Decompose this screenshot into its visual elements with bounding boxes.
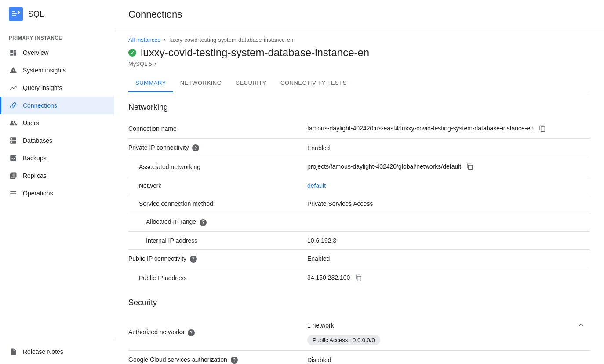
copy-associated-networking-button[interactable]: [465, 162, 475, 171]
value-private-ip: Enabled: [304, 139, 590, 157]
label-associated-networking: Associated networking: [128, 157, 304, 177]
breadcrumb-all-instances[interactable]: All instances: [128, 36, 160, 43]
sidebar-item-system-insights[interactable]: System insights: [0, 61, 114, 79]
row-associated-networking: Associated networking projects/famous-da…: [128, 157, 590, 177]
sidebar-item-replicas[interactable]: Replicas: [0, 167, 114, 184]
networks-header: 1 network: [307, 320, 586, 332]
system-insights-icon: [9, 66, 18, 75]
row-authorized-networks: Authorized networks ? 1 network: [128, 314, 590, 351]
sidebar-item-backups[interactable]: Backups: [0, 149, 114, 167]
sidebar-item-overview[interactable]: Overview: [0, 44, 114, 61]
sidebar-label-replicas: Replicas: [23, 172, 47, 179]
instance-version: MySQL 5.7: [128, 61, 590, 67]
networking-table: Connection name famous-daylight-402420:u…: [128, 119, 590, 288]
sidebar-label-databases: Databases: [23, 137, 52, 144]
sidebar-item-release-notes[interactable]: Release Notes: [0, 343, 114, 360]
row-private-ip-connectivity: Private IP connectivity ? Enabled: [128, 139, 590, 157]
sidebar-label-system-insights: System insights: [23, 67, 66, 74]
section-label: PRIMARY INSTANCE: [0, 28, 114, 44]
help-icon-private-ip[interactable]: ?: [192, 144, 199, 151]
instance-title-row: luxxy-covid-testing-system-database-inst…: [128, 47, 590, 59]
value-public-ip-address: 34.150.232.100: [304, 268, 590, 288]
sidebar-item-databases[interactable]: Databases: [0, 132, 114, 149]
network-badge: Public Access : 0.0.0.0/0: [307, 335, 380, 345]
value-service-connection-method: Private Services Access: [304, 195, 590, 213]
users-icon: [9, 119, 18, 127]
row-public-ip-address: Public IP address 34.150.232.100: [128, 268, 590, 288]
breadcrumb: All instances › luxxy-covid-testing-syst…: [128, 29, 590, 47]
databases-icon: [9, 136, 18, 145]
sidebar: SQL PRIMARY INSTANCE Overview System ins…: [0, 0, 114, 364]
value-allocated-ip-range: [304, 213, 590, 231]
sidebar-label-operations: Operations: [23, 190, 53, 197]
help-icon-allocated-ip[interactable]: ?: [200, 219, 207, 226]
label-public-ip-connectivity: Public IP connectivity ?: [128, 249, 304, 268]
app-title: SQL: [28, 10, 44, 19]
value-associated-networking: projects/famous-daylight-402420/global/n…: [304, 157, 590, 177]
sidebar-header: SQL: [0, 0, 114, 28]
sidebar-label-backups: Backups: [23, 155, 47, 162]
sidebar-label-query-insights: Query insights: [23, 84, 62, 91]
sql-logo: [9, 7, 23, 21]
release-notes-icon: [9, 347, 18, 356]
label-allocated-ip-range: Allocated IP range ?: [128, 213, 304, 231]
sidebar-item-operations[interactable]: Operations: [0, 184, 114, 202]
status-indicator: [128, 49, 136, 57]
sidebar-item-query-insights[interactable]: Query insights: [0, 79, 114, 97]
page-title: Connections: [128, 9, 590, 20]
sidebar-bottom: Release Notes: [0, 339, 114, 364]
row-google-cloud-auth: Google Cloud services authorization ? Di…: [128, 350, 590, 364]
value-authorized-networks: 1 network Public Access : 0.0.0.0/0: [304, 314, 590, 351]
value-public-ip-connectivity: Enabled: [304, 249, 590, 268]
sidebar-label-users: Users: [23, 119, 39, 126]
value-network: default: [304, 177, 590, 195]
copy-public-ip-button[interactable]: [353, 274, 364, 282]
network-link[interactable]: default: [307, 182, 326, 189]
row-public-ip-connectivity: Public IP connectivity ? Enabled: [128, 249, 590, 268]
help-icon-google-cloud-auth[interactable]: ?: [231, 357, 238, 364]
tab-summary[interactable]: SUMMARY: [128, 74, 173, 92]
sidebar-label-release-notes: Release Notes: [23, 348, 63, 355]
sidebar-item-connections[interactable]: Connections: [0, 97, 114, 114]
collapse-networks-button[interactable]: [576, 320, 586, 332]
help-icon-authorized-networks[interactable]: ?: [188, 329, 195, 336]
tabs-bar: SUMMARY NETWORKING SECURITY CONNECTIVITY…: [128, 74, 590, 92]
operations-icon: [9, 189, 18, 198]
replicas-icon: [9, 171, 18, 180]
main-content-area: Connections All instances › luxxy-covid-…: [114, 0, 604, 364]
label-authorized-networks: Authorized networks ?: [128, 314, 304, 351]
copy-connection-name-button[interactable]: [537, 124, 548, 133]
networks-count: 1 network: [307, 322, 334, 329]
page-header: Connections: [114, 0, 604, 29]
security-table: Authorized networks ? 1 network: [128, 314, 590, 364]
row-internal-ip: Internal IP address 10.6.192.3: [128, 231, 590, 249]
sidebar-label-overview: Overview: [23, 49, 48, 56]
sidebar-label-connections: Connections: [23, 102, 57, 109]
label-public-ip-address: Public IP address: [128, 268, 304, 288]
backups-icon: [9, 154, 18, 162]
tab-security[interactable]: SECURITY: [229, 74, 273, 92]
label-network: Network: [128, 177, 304, 195]
security-section-title: Security: [128, 298, 590, 307]
connections-icon: [9, 101, 18, 110]
overview-icon: [9, 48, 18, 57]
networks-badges: Public Access : 0.0.0.0/0: [307, 335, 586, 345]
row-connection-name: Connection name famous-daylight-402420:u…: [128, 119, 590, 139]
query-insights-icon: [9, 83, 18, 92]
help-icon-public-ip[interactable]: ?: [190, 256, 197, 263]
tab-connectivity-tests[interactable]: CONNECTIVITY TESTS: [273, 74, 354, 92]
value-connection-name: famous-daylight-402420:us-east4:luxxy-co…: [304, 119, 590, 139]
label-private-ip: Private IP connectivity ?: [128, 139, 304, 157]
label-google-cloud-auth: Google Cloud services authorization ?: [128, 350, 304, 364]
instance-name: luxxy-covid-testing-system-database-inst…: [141, 47, 369, 59]
label-connection-name: Connection name: [128, 119, 304, 139]
security-section-divider: Security: [128, 298, 590, 307]
tab-networking[interactable]: NETWORKING: [173, 74, 229, 92]
row-network: Network default: [128, 177, 590, 195]
networking-section-title: Networking: [128, 103, 590, 112]
sidebar-item-users[interactable]: Users: [0, 114, 114, 132]
label-service-connection-method: Service connection method: [128, 195, 304, 213]
value-google-cloud-auth: Disabled: [304, 350, 590, 364]
connection-name-text: famous-daylight-402420:us-east4:luxxy-co…: [307, 125, 534, 132]
row-service-connection-method: Service connection method Private Servic…: [128, 195, 590, 213]
